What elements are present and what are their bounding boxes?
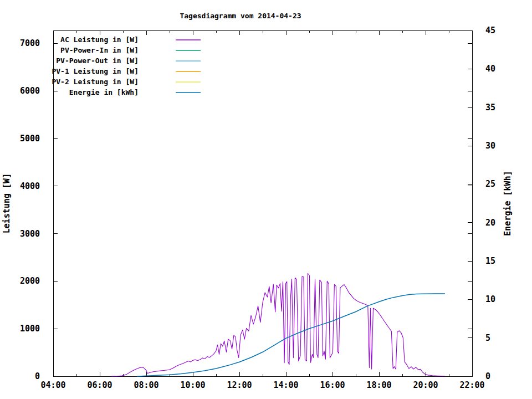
y2-tick-label: 25 <box>485 179 495 189</box>
legend-label: Energie in [kWh] <box>69 88 139 96</box>
y-tick-label: 3000 <box>20 229 40 239</box>
x-tick-label: 12:00 <box>227 380 252 390</box>
legend-label: PV-2 Leistung in [W] <box>52 78 139 86</box>
chart-title: Tagesdiagramm vom 2014-04-23 <box>180 12 301 20</box>
x-tick-label: 06:00 <box>87 380 112 390</box>
tagesdiagramm-chart: Tagesdiagramm vom 2014-04-23 Leistung [W… <box>0 0 532 399</box>
x-tick-label: 08:00 <box>134 380 158 390</box>
y-tick-label: 6000 <box>20 86 40 96</box>
y2-tick-label: 10 <box>485 294 495 304</box>
y2-tick-label: 15 <box>485 256 495 266</box>
legend-label: PV-Power-Out in [W] <box>56 57 139 65</box>
y2-tick-label: 5 <box>485 333 490 343</box>
y-axis-label: Leistung [W] <box>2 173 12 233</box>
legend-label: PV-Power-In in [W] <box>60 46 139 54</box>
x-tick-label: 10:00 <box>180 380 205 390</box>
y-tick-label: 0 <box>35 371 40 381</box>
x-tick-label: 04:00 <box>40 380 65 390</box>
chart-page: Tagesdiagramm vom 2014-04-23 Leistung [W… <box>0 0 532 399</box>
x-tick-label: 14:00 <box>273 380 298 390</box>
legend-label: PV-1 Leistung in [W] <box>52 67 139 75</box>
y-tick-label: 5000 <box>20 134 40 144</box>
y2-tick-label: 30 <box>485 141 495 151</box>
y-tick-label: 1000 <box>20 324 40 334</box>
y-tick-label: 7000 <box>20 38 40 48</box>
x-tick-label: 16:00 <box>320 380 345 390</box>
x-tick-label: 22:00 <box>459 380 484 390</box>
y2-axis-label: Energie [kWh] <box>503 171 513 236</box>
x-tick-label: 20:00 <box>413 380 438 390</box>
y-tick-label: 2000 <box>20 276 40 286</box>
y-tick-label: 4000 <box>20 181 40 191</box>
y2-tick-label: 20 <box>485 218 495 228</box>
y2-tick-label: 40 <box>485 64 495 74</box>
legend-label: AC Leistung in [W] <box>60 35 139 44</box>
y2-tick-label: 35 <box>485 103 495 112</box>
x-tick-label: 18:00 <box>366 380 391 390</box>
y2-tick-label: 0 <box>485 371 490 381</box>
y2-tick-label: 45 <box>485 25 495 35</box>
